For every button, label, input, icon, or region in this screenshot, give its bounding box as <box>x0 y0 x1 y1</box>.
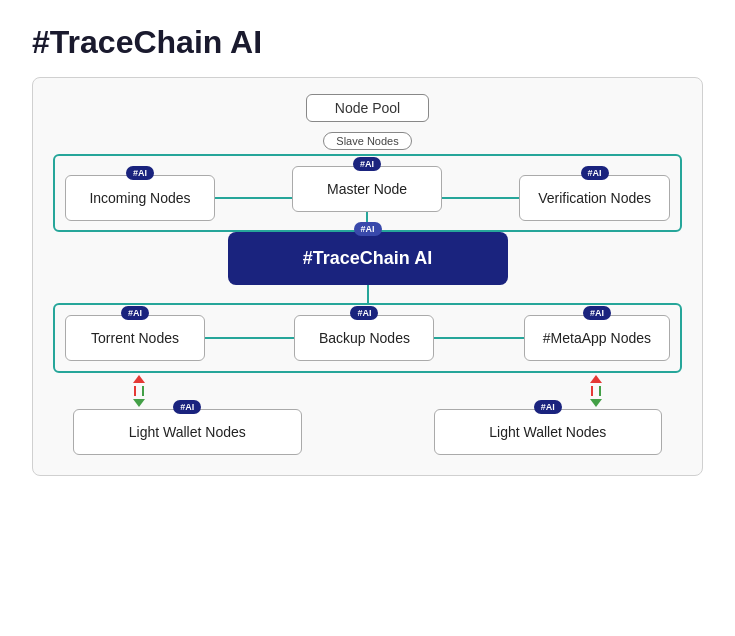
metaapp-nodes-box: #AI #MetaApp Nodes <box>524 315 670 361</box>
h-connector-left <box>215 197 292 199</box>
wallet-spacer <box>318 409 418 455</box>
page-title: #TraceChain AI <box>0 0 735 77</box>
master-ai-badge: #AI <box>353 157 381 171</box>
backup-node-group: #AI Backup Nodes <box>294 315 434 361</box>
verification-ai-badge: #AI <box>581 166 609 180</box>
arrow-line-green-left <box>142 386 144 396</box>
backup-nodes-box: #AI Backup Nodes <box>294 315 434 361</box>
arrows-row <box>53 373 682 409</box>
light-wallet-2-box: #AI Light Wallet Nodes <box>434 409 663 455</box>
master-node-group: #AI Master Node <box>292 166 442 230</box>
h-connector-bottom-right <box>434 337 523 339</box>
node-pool-label: Node Pool <box>53 94 682 122</box>
arrow-up-red <box>133 375 145 383</box>
slave-nodes-label: Slave Nodes <box>53 132 682 150</box>
tracechain-ai-badge: #AI <box>353 222 381 236</box>
incoming-ai-badge: #AI <box>126 166 154 180</box>
diagram-container: Node Pool Slave Nodes #AI Incoming Nodes… <box>32 77 703 476</box>
arrow-line-green-right <box>599 386 601 396</box>
master-node-box: #AI Master Node <box>292 166 442 212</box>
arrow-up-red-right <box>590 375 602 383</box>
arrow-down-green-right <box>590 399 602 407</box>
arrow-line-red-right <box>591 386 593 396</box>
h-connector-bottom-left <box>205 337 294 339</box>
tracechain-row: #AI #TraceChain AI <box>53 232 682 285</box>
metaapp-ai-badge: #AI <box>583 306 611 320</box>
verification-nodes-box: #AI Verification Nodes <box>519 175 670 221</box>
backup-ai-badge: #AI <box>350 306 378 320</box>
tracechain-box: #AI #TraceChain AI <box>228 232 508 285</box>
torrent-ai-badge: #AI <box>121 306 149 320</box>
arrow-down-green <box>133 399 145 407</box>
left-arrow-double <box>133 373 145 409</box>
light-wallet-1-ai-badge: #AI <box>173 400 201 414</box>
light-wallet-1-box: #AI Light Wallet Nodes <box>73 409 302 455</box>
tracechain-v-connector <box>53 285 682 303</box>
light-wallet-row: #AI Light Wallet Nodes #AI Light Wallet … <box>53 409 682 455</box>
node-pool-box: Node Pool <box>306 94 429 122</box>
incoming-nodes-box: #AI Incoming Nodes <box>65 175 215 221</box>
right-arrow-double <box>590 373 602 409</box>
h-connector-right <box>442 197 519 199</box>
light-wallet-2-ai-badge: #AI <box>534 400 562 414</box>
torrent-nodes-box: #AI Torrent Nodes <box>65 315 205 361</box>
arrow-line-red-left <box>134 386 136 396</box>
